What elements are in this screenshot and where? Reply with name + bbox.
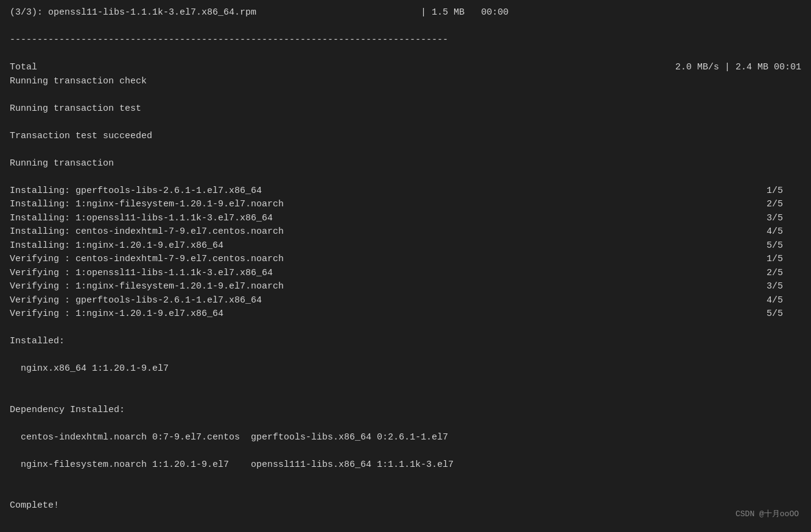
download-line: (3/3): openssl11-libs-1.1.1k-3.el7.x86_6… <box>10 6 801 20</box>
install-line: Verifying : centos-indexhtml-7-9.el7.cen… <box>10 253 801 267</box>
section-header: Installed: <box>10 335 801 349</box>
install-label: Verifying : 1:openssl11-libs-1.1.1k-3.el… <box>10 267 273 281</box>
install-line: Verifying : 1:nginx-filesystem-1.20.1-9.… <box>10 280 801 294</box>
install-label: Installing: gperftools-libs-2.6.1-1.el7.… <box>10 184 262 198</box>
total-line: Total2.0 MB/s | 2.4 MB 00:01 <box>10 61 801 75</box>
terminal-line: Running transaction check <box>10 75 801 89</box>
package-line: nginx.x86_64 1:1.20.1-9.el7 <box>10 362 801 376</box>
terminal-line: Transaction test succeeded <box>10 130 801 144</box>
install-label: Verifying : 1:nginx-1.20.1-9.el7.x86_64 <box>10 307 223 321</box>
complete-line: Complete! <box>10 499 801 513</box>
install-progress: 5/5 <box>759 239 783 253</box>
install-progress: 5/5 <box>759 307 783 321</box>
install-line: Installing: 1:nginx-filesystem-1.20.1-9.… <box>10 198 801 212</box>
section-header: Dependency Installed: <box>10 404 801 418</box>
install-label: Verifying : 1:nginx-filesystem-1.20.1-9.… <box>10 280 284 294</box>
install-line: Installing: gperftools-libs-2.6.1-1.el7.… <box>10 184 801 198</box>
package-line: centos-indexhtml.noarch 0:7-9.el7.centos… <box>10 431 801 445</box>
package-line: nginx-filesystem.noarch 1:1.20.1-9.el7 o… <box>10 458 801 472</box>
install-label: Installing: centos-indexhtml-7-9.el7.cen… <box>10 225 284 239</box>
terminal-line: Running transaction <box>10 157 801 171</box>
install-progress: 3/5 <box>759 212 783 226</box>
install-line: Installing: 1:nginx-1.20.1-9.el7.x86_645… <box>10 239 801 253</box>
install-progress: 3/5 <box>759 280 783 294</box>
install-line: Verifying : gperftools-libs-2.6.1-1.el7.… <box>10 294 801 308</box>
divider-line: ----------------------------------------… <box>10 33 801 47</box>
total-label: Total <box>10 61 37 75</box>
install-progress: 4/5 <box>759 294 783 308</box>
install-progress: 1/5 <box>759 184 783 198</box>
install-progress: 2/5 <box>759 267 783 281</box>
install-label: Verifying : gperftools-libs-2.6.1-1.el7.… <box>10 294 262 308</box>
install-line: Verifying : 1:openssl11-libs-1.1.1k-3.el… <box>10 267 801 281</box>
install-line: Installing: centos-indexhtml-7-9.el7.cen… <box>10 225 801 239</box>
install-line: Verifying : 1:nginx-1.20.1-9.el7.x86_645… <box>10 307 801 321</box>
terminal-line: Running transaction test <box>10 102 801 116</box>
install-label: Installing: 1:openssl11-libs-1.1.1k-3.el… <box>10 212 273 226</box>
install-progress: 2/5 <box>759 198 783 212</box>
install-label: Installing: 1:nginx-filesystem-1.20.1-9.… <box>10 198 284 212</box>
watermark: CSDN @十月ooOO <box>736 508 799 520</box>
install-label: Verifying : centos-indexhtml-7-9.el7.cen… <box>10 253 284 267</box>
total-value: 2.0 MB/s | 2.4 MB 00:01 <box>675 61 801 75</box>
terminal-output: (3/3): openssl11-libs-1.1.1k-3.el7.x86_6… <box>0 0 811 532</box>
install-label: Installing: 1:nginx-1.20.1-9.el7.x86_64 <box>10 239 223 253</box>
install-progress: 4/5 <box>759 225 783 239</box>
install-line: Installing: 1:openssl11-libs-1.1.1k-3.el… <box>10 212 801 226</box>
install-progress: 1/5 <box>759 253 783 267</box>
